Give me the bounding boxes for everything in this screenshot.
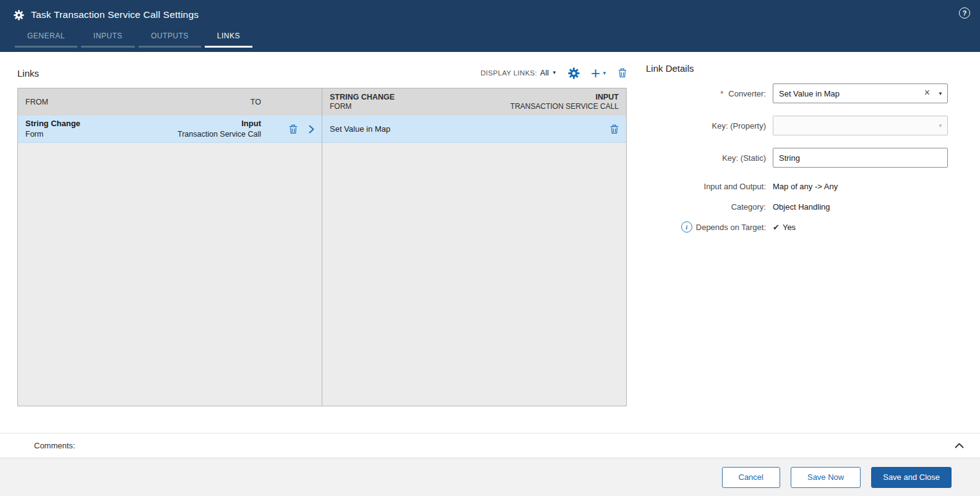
link-row[interactable]: String Change Form Input Transaction Ser… bbox=[18, 116, 322, 143]
key-property-combobox[interactable]: ▼ bbox=[773, 116, 948, 135]
display-links-value: All bbox=[540, 69, 549, 77]
plus-icon: + bbox=[591, 67, 600, 79]
display-links-filter[interactable]: DISPLAY LINKS: All ▼ bbox=[481, 69, 557, 77]
input-output-value: Map of any -> Any bbox=[773, 182, 948, 191]
key-static-field-row: Key: (Static) bbox=[646, 148, 963, 168]
links-toolbar: DISPLAY LINKS: All ▼ + ▼ bbox=[481, 67, 627, 79]
column-header-from: FROM bbox=[25, 98, 144, 106]
key-static-label-text: Key: (Static) bbox=[722, 153, 766, 163]
links-list-header: FROM TO bbox=[18, 88, 322, 116]
tab-bar: GENERAL INPUTS OUTPUTS LINKS bbox=[0, 24, 980, 48]
converters-header-from-name: STRING CHANGE bbox=[330, 92, 510, 102]
delete-link-button[interactable] bbox=[618, 68, 627, 78]
converters-header: STRING CHANGE FORM INPUT TRANSACTION SER… bbox=[322, 88, 626, 116]
cancel-button[interactable]: Cancel bbox=[722, 467, 780, 488]
converter-row-label: Set Value in Map bbox=[330, 124, 610, 134]
help-icon[interactable]: ? bbox=[959, 7, 970, 19]
links-list-pane: FROM TO String Change Form Input Transac… bbox=[18, 88, 322, 406]
delete-row-button[interactable] bbox=[289, 124, 298, 134]
open-link-button[interactable] bbox=[309, 125, 314, 134]
info-icon[interactable]: i bbox=[681, 221, 692, 233]
tab-links[interactable]: LINKS bbox=[205, 27, 252, 48]
link-row-actions bbox=[261, 124, 314, 134]
chevron-down-icon[interactable]: ▼ bbox=[934, 91, 943, 96]
key-property-label: Key: (Property) bbox=[646, 121, 773, 130]
key-property-control: ▼ bbox=[773, 116, 948, 135]
clear-icon[interactable]: × bbox=[922, 88, 934, 99]
key-property-field-row: Key: (Property) ▼ bbox=[646, 116, 963, 135]
save-now-button[interactable]: Save Now bbox=[791, 467, 861, 488]
link-from-name: String Change bbox=[25, 119, 144, 129]
links-toolbar-row: Links DISPLAY LINKS: All ▼ + ▼ bbox=[17, 63, 627, 83]
dialog-title: Task Transaction Service Call Settings bbox=[31, 9, 199, 20]
converters-pane: STRING CHANGE FORM INPUT TRANSACTION SER… bbox=[322, 88, 626, 406]
link-details-section: Link Details * Converter: × ▼ Key: (Prop… bbox=[627, 63, 963, 433]
info-glyph: i bbox=[686, 223, 687, 231]
auto-link-button[interactable] bbox=[568, 67, 580, 79]
column-header-to: TO bbox=[144, 98, 262, 106]
depends-on-target-row: i Depends on Target: ✔ Yes bbox=[646, 221, 963, 233]
trash-icon bbox=[289, 124, 298, 134]
links-table: FROM TO String Change Form Input Transac… bbox=[17, 88, 627, 406]
converter-combobox[interactable]: × ▼ bbox=[773, 83, 948, 103]
key-property-label-text: Key: (Property) bbox=[712, 121, 766, 130]
link-from-cell: String Change Form bbox=[25, 119, 144, 139]
input-output-label: Input and Output: bbox=[646, 182, 773, 191]
chevron-right-icon bbox=[309, 125, 314, 134]
input-output-row: Input and Output: Map of any -> Any bbox=[646, 180, 963, 192]
converter-input[interactable] bbox=[779, 89, 922, 98]
key-static-label: Key: (Static) bbox=[646, 153, 773, 163]
key-static-input[interactable] bbox=[773, 148, 948, 168]
dialog-title-bar: Task Transaction Service Call Settings bbox=[0, 6, 980, 24]
settings-gear-icon bbox=[14, 10, 24, 20]
links-section-title: Links bbox=[17, 68, 39, 79]
footer-action-bar: Cancel Save Now Save and Close bbox=[0, 458, 980, 496]
converter-control: × ▼ bbox=[773, 83, 948, 103]
tab-general[interactable]: GENERAL bbox=[15, 27, 77, 48]
converters-header-from-type: FORM bbox=[330, 102, 510, 112]
converters-header-from: STRING CHANGE FORM bbox=[330, 92, 510, 112]
link-to-name: Input bbox=[144, 119, 262, 129]
converter-field-row: * Converter: × ▼ bbox=[646, 83, 963, 103]
trash-icon bbox=[610, 124, 619, 134]
tab-inputs[interactable]: INPUTS bbox=[81, 27, 135, 48]
gear-circle-icon bbox=[568, 67, 580, 79]
converters-empty-area bbox=[322, 143, 626, 406]
converters-header-to: INPUT TRANSACTION SERVICE CALL bbox=[510, 92, 619, 112]
depends-on-target-label: i Depends on Target: bbox=[646, 221, 773, 233]
main-content: Links DISPLAY LINKS: All ▼ + ▼ bbox=[0, 52, 980, 433]
add-link-button[interactable]: + ▼ bbox=[591, 67, 607, 79]
chevron-down-icon: ▼ bbox=[602, 71, 607, 76]
key-static-control bbox=[773, 148, 948, 168]
category-value: Object Handling bbox=[773, 202, 948, 212]
comments-label: Comments: bbox=[34, 441, 75, 450]
link-details-title: Link Details bbox=[646, 63, 963, 74]
link-to-type: Transaction Service Call bbox=[144, 129, 262, 139]
links-list-empty-area bbox=[18, 143, 322, 406]
category-label-text: Category: bbox=[731, 202, 766, 212]
link-to-cell: Input Transaction Service Call bbox=[144, 119, 262, 139]
chevron-down-icon: ▼ bbox=[934, 123, 943, 129]
required-marker: * bbox=[720, 89, 723, 98]
converters-header-to-type: TRANSACTION SERVICE CALL bbox=[510, 102, 619, 112]
category-label: Category: bbox=[646, 202, 773, 212]
converters-header-to-name: INPUT bbox=[510, 92, 619, 102]
links-section: Links DISPLAY LINKS: All ▼ + ▼ bbox=[17, 63, 627, 433]
check-icon: ✔ bbox=[773, 223, 780, 232]
trash-icon bbox=[618, 68, 627, 78]
tab-outputs[interactable]: OUTPUTS bbox=[139, 27, 201, 48]
key-property-input[interactable] bbox=[779, 121, 934, 130]
display-links-label: DISPLAY LINKS: bbox=[481, 69, 537, 77]
depends-on-target-value: ✔ Yes bbox=[773, 223, 948, 232]
input-output-label-text: Input and Output: bbox=[704, 182, 766, 191]
converter-row[interactable]: Set Value in Map bbox=[322, 116, 626, 143]
category-row: Category: Object Handling bbox=[646, 200, 963, 213]
save-and-close-button[interactable]: Save and Close bbox=[871, 467, 952, 488]
chevron-down-icon: ▼ bbox=[552, 71, 557, 75]
delete-converter-button[interactable] bbox=[610, 124, 619, 134]
chevron-up-icon[interactable] bbox=[955, 443, 964, 448]
comments-collapsible-bar[interactable]: Comments: bbox=[0, 433, 980, 458]
dialog-header: Task Transaction Service Call Settings ?… bbox=[0, 0, 980, 52]
converter-label: * Converter: bbox=[646, 89, 773, 98]
link-from-type: Form bbox=[25, 129, 144, 139]
